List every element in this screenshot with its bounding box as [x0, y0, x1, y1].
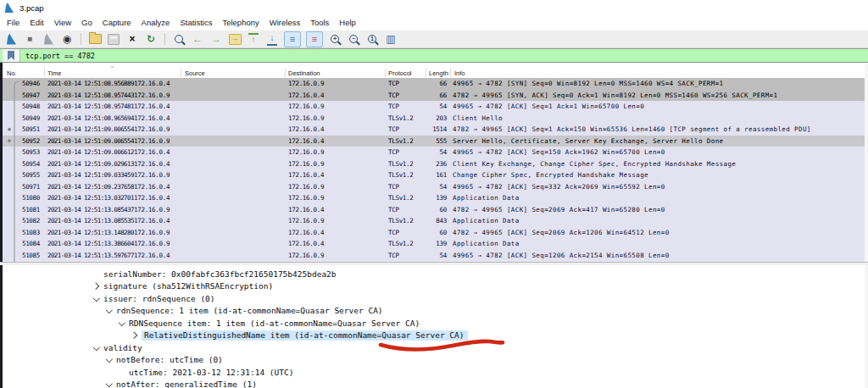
column-divider[interactable]	[181, 68, 181, 77]
packet-row[interactable]: 510842021-03-14 12:51:13.386604172.16.0.…	[3, 238, 865, 250]
chevron-down-icon[interactable]	[104, 380, 114, 388]
go-to-packet-icon[interactable]: →	[228, 32, 242, 46]
menu-go[interactable]: Go	[76, 15, 97, 30]
go-back-icon[interactable]: ←	[191, 32, 204, 46]
colorize-toggle-icon[interactable]: ≡	[306, 31, 323, 47]
menu-capture[interactable]: Capture	[97, 15, 136, 30]
reload-file-icon[interactable]: ↻	[144, 32, 158, 46]
zoom-out-icon[interactable]: −	[347, 32, 360, 46]
packet-row[interactable]: 509712021-03-14 12:51:09.237658172.16.0.…	[3, 181, 865, 193]
menu-telephony[interactable]: Telephony	[217, 15, 264, 30]
menu-help[interactable]: Help	[334, 15, 361, 30]
tree-line[interactable]: serialNumber: 0x00fabfc363fbcf21650175b4…	[3, 268, 865, 280]
menu-wireless[interactable]: Wireless	[264, 15, 305, 30]
tree-line-selected[interactable]: RelativeDistinguishedName item (id-at-co…	[3, 330, 865, 342]
column-divider[interactable]	[285, 68, 286, 77]
packet-row[interactable]: 510812021-03-14 12:51:13.085437172.16.0.…	[3, 204, 865, 216]
column-divider[interactable]	[450, 68, 451, 77]
cell-info: 49965 → 4782 [ACK] Seq=150 Ack=1962 Win=…	[453, 147, 665, 158]
column-header-no[interactable]: No.	[7, 69, 17, 77]
cell-length: 139	[403, 192, 447, 204]
cell-length: 161	[403, 169, 447, 181]
packet-row[interactable]: 510832021-03-14 12:51:13.148280172.16.0.…	[3, 227, 865, 239]
tree-line[interactable]: utcTime: 2021-03-12 12:31:14 (UTC)	[3, 366, 865, 379]
tree-line[interactable]: validity	[3, 341, 865, 354]
open-file-icon[interactable]	[88, 32, 102, 46]
chevron-down-icon[interactable]	[92, 343, 102, 352]
zoom-original-icon[interactable]: 1	[365, 32, 379, 46]
cell-source: 172.16.0.9	[134, 169, 170, 181]
column-divider[interactable]	[44, 68, 45, 77]
main-toolbar: ■ ◉ × ↻ ← → → ↑ ↓ ≡ ≡ + − 1 ▥	[0, 30, 868, 48]
go-last-packet-icon[interactable]: ↓	[265, 32, 279, 46]
cell-protocol: TCP	[388, 147, 399, 158]
display-filter-input[interactable]	[20, 49, 868, 62]
find-packet-icon[interactable]	[172, 32, 186, 46]
close-file-icon[interactable]: ×	[125, 32, 139, 46]
tree-text: signature (sha512WithRSAEncryption)	[103, 281, 273, 291]
column-header-destination[interactable]: Destination	[288, 69, 320, 77]
packet-row[interactable]: 509482021-03-14 12:51:08.957481172.16.0.…	[3, 101, 865, 113]
resize-columns-icon[interactable]: ▥	[384, 32, 398, 46]
column-divider[interactable]	[385, 68, 386, 77]
cell-info: Client Key Exchange, Change Cipher Spec,…	[453, 158, 736, 170]
chevron-down-icon[interactable]	[92, 294, 102, 302]
tree-line[interactable]: notBefore: utcTime (0)	[3, 354, 865, 367]
tree-line[interactable]: signature (sha512WithRSAEncryption)	[3, 280, 865, 293]
column-header-protocol[interactable]: Protocol	[388, 69, 412, 77]
column-header-length[interactable]: Length	[429, 69, 448, 77]
capture-options-icon[interactable]: ◉	[60, 32, 74, 46]
filter-bookmark-button[interactable]	[3, 49, 20, 62]
column-header-source[interactable]: Source	[185, 69, 205, 77]
window-right-edge	[865, 48, 868, 388]
packet-row[interactable]: 509492021-03-14 12:51:08.965694172.16.0.…	[3, 113, 865, 125]
tree-line[interactable]: issuer: rdnSequence (0)	[3, 292, 865, 305]
stop-capture-icon[interactable]: ■	[23, 32, 36, 46]
cell-time: 2021-03-14 12:51:09.006612	[47, 147, 134, 158]
column-header-info[interactable]: Info	[454, 69, 465, 77]
menu-view[interactable]: View	[49, 15, 76, 30]
cell-time: 2021-03-14 12:51:08.957481	[47, 101, 134, 113]
tree-line[interactable]: rdnSequence: 1 item (id-at-commonName=Qu…	[3, 305, 865, 318]
packet-row[interactable]: 509532021-03-14 12:51:09.006612172.16.0.…	[3, 147, 865, 158]
menu-edit[interactable]: Edit	[25, 15, 48, 30]
restart-capture-icon[interactable]	[42, 32, 55, 46]
wireshark-window: 3.pcap File Edit View Go Capture Analyze…	[0, 0, 868, 388]
bookmark-icon	[8, 51, 14, 60]
packet-row[interactable]: 510822021-03-14 12:51:13.085535172.16.0.…	[3, 215, 865, 227]
go-forward-icon[interactable]: →	[209, 32, 223, 46]
column-divider[interactable]	[426, 68, 426, 77]
packet-row[interactable]: 509552021-03-14 12:51:09.033459172.16.0.…	[3, 169, 865, 181]
start-capture-icon[interactable]	[4, 32, 18, 46]
packet-detail-pane: serialNumber: 0x00fabfc363fbcf21650175b4…	[3, 265, 865, 388]
packet-row-selected[interactable]: 509522021-03-14 12:51:09.006554172.16.0.…	[3, 136, 865, 147]
packet-row[interactable]: 509472021-03-14 12:51:08.957443172.16.0.…	[3, 90, 865, 102]
packet-row[interactable]: 509462021-03-14 12:51:08.956889172.16.0.…	[3, 78, 865, 90]
auto-scroll-toggle-icon[interactable]: ≡	[284, 31, 301, 47]
tree-text: validity	[103, 343, 142, 352]
packet-row[interactable]: 510852021-03-14 12:51:13.597677172.16.0.…	[3, 250, 865, 262]
chevron-right-icon[interactable]	[130, 331, 140, 340]
menu-statistics[interactable]: Statistics	[175, 15, 217, 30]
tree-line[interactable]: RDNSequence item: 1 item (id-at-commonNa…	[3, 317, 865, 330]
save-file-icon[interactable]	[107, 32, 120, 46]
tree-line[interactable]: notAfter: generalizedTime (1)	[3, 379, 865, 388]
cell-destination: 172.16.0.9	[288, 147, 324, 158]
menu-file[interactable]: File	[2, 15, 25, 30]
chevron-down-icon[interactable]	[117, 319, 127, 327]
packet-row[interactable]: 509512021-03-14 12:51:09.006554172.16.0.…	[3, 124, 865, 136]
cell-destination: 172.16.0.9	[288, 78, 324, 90]
cell-info: 49965 → 4782 [SYN] Seq=0 Win=8192 Len=0 …	[453, 78, 724, 90]
cell-info: 4782 → 49965 [SYN, ACK] Seq=0 Ack=1 Win=…	[453, 90, 777, 102]
column-header-time[interactable]: Time	[47, 69, 61, 77]
cell-time: 2021-03-14 12:51:09.006554	[47, 136, 134, 147]
chevron-right-icon[interactable]	[92, 282, 102, 291]
chevron-down-icon[interactable]	[104, 307, 114, 315]
go-first-packet-icon[interactable]: ↑	[247, 32, 260, 46]
packet-row[interactable]: 509542021-03-14 12:51:09.029613172.16.0.…	[3, 158, 865, 170]
zoom-in-icon[interactable]: +	[328, 32, 342, 46]
menu-analyze[interactable]: Analyze	[136, 15, 175, 30]
packet-row[interactable]: 510802021-03-14 12:51:13.032701172.16.0.…	[3, 192, 865, 204]
menu-tools[interactable]: Tools	[305, 15, 334, 30]
chevron-down-icon[interactable]	[104, 356, 114, 364]
